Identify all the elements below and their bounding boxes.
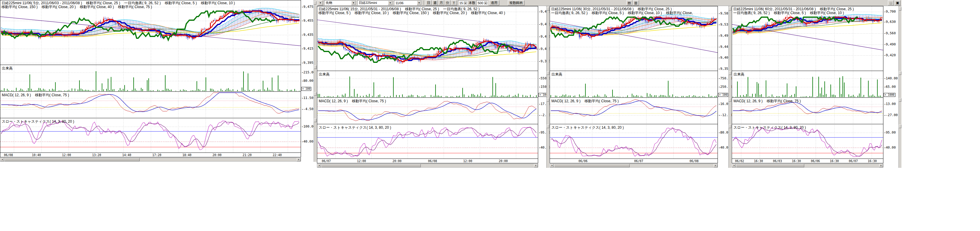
x-tick-label: 21:20: [243, 153, 251, 157]
scroll-right-icon[interactable]: ►: [297, 158, 301, 161]
x-tick-label: 16:30: [868, 160, 877, 163]
chart-indicator-legend: 一目均衡表( 9, 26, 52 ) 移動平均( Close, 5 ) 移動平均…: [733, 11, 844, 15]
horizontal-scrollbar[interactable]: ◄ ►: [317, 164, 538, 168]
horizontal-scrollbar[interactable]: ◄ ►: [0, 158, 301, 161]
y-tick-label: 95.00: [884, 131, 896, 134]
period-button[interactable]: 月: [438, 0, 444, 5]
toolbar-icon-button[interactable]: □: [888, 0, 894, 5]
scroll-right-icon[interactable]: ►: [534, 164, 538, 167]
pane-resize-grip[interactable]: [547, 7, 549, 11]
pane-resize-grip[interactable]: [314, 65, 317, 69]
pane-resize-grip[interactable]: [314, 1, 317, 5]
scroll-left-icon[interactable]: ◄: [0, 158, 4, 161]
pane-resize-grip[interactable]: [729, 125, 732, 128]
period-button[interactable]: 分: [445, 0, 450, 5]
y-tick-label: 9,475: [302, 5, 313, 9]
period-button[interactable]: T: [451, 0, 457, 5]
interval-value: 15: [459, 1, 463, 5]
x-tick-label: 13:20: [92, 153, 101, 157]
pane-resize-grip[interactable]: [899, 71, 902, 75]
stoch-section-label: スロー・ストキャスティクス( 14, 3, 80, 20 ): [2, 119, 74, 124]
period-button[interactable]: 日: [426, 0, 432, 5]
scroll-right-icon[interactable]: ►: [714, 164, 718, 167]
volume-section-label: 出来高: [551, 72, 562, 77]
chart-window-15min: 日経225mini 11/06( 15分, 2011/05/31 - 2011/…: [317, 6, 549, 168]
scroll-left-icon[interactable]: ◄: [550, 164, 554, 167]
pane-splitter-strip[interactable]: [313, 0, 317, 162]
interval-spinner[interactable]: 15 ▲: [458, 0, 468, 5]
spinner-up-icon[interactable]: ▲: [464, 2, 467, 5]
pane-splitter-strip[interactable]: [899, 6, 902, 168]
toolbar-icon-button[interactable]: ▤: [626, 0, 632, 5]
stoch-section-label: スロー・ストキャスティクス( 14, 3, 80, 20 ): [733, 125, 806, 130]
x-tick-label: 06/02: [735, 160, 744, 163]
chart-plot-area[interactable]: 日経225mini 11/06( 5分, 2011/06/03 - 2011/0…: [0, 0, 301, 157]
chart-indicator-legend: 移動平均( Close, 5 ) 移動平均( Close, 10 ) 移動平均(…: [318, 11, 505, 15]
pane-resize-grip[interactable]: [899, 125, 902, 128]
scrollbar-thumb[interactable]: [736, 164, 804, 167]
scrollbar-thumb[interactable]: [5, 158, 140, 161]
x-axis-labels: 06/0810:4012:0013:2014:4017:2018:4020:00…: [0, 152, 301, 157]
combo-arrow-icon[interactable]: ▼: [388, 1, 393, 5]
x-tick-label: 18:40: [182, 153, 191, 157]
chart-canvas: [550, 6, 718, 158]
bars-count-label: 本数: [469, 1, 475, 5]
x-tick-label: 12:00: [357, 160, 366, 163]
x-tick-label: 06/07: [849, 160, 858, 163]
scrollbar-thumb[interactable]: [321, 164, 421, 167]
x-axis-labels: 06/0216:3006/0316:3006/0616:3006/0716:30: [732, 158, 883, 163]
scrollbar-thumb[interactable]: [554, 164, 630, 167]
combo-arrow-icon[interactable]: ▼: [351, 1, 356, 5]
y-tick-label: 9,630: [884, 20, 896, 24]
pane-resize-grip[interactable]: [899, 7, 902, 11]
multi-symbol-button[interactable]: 複数銘柄: [508, 0, 525, 5]
pane-resize-grip[interactable]: [729, 7, 732, 11]
chart-window-5min: 日経225mini 11/06( 5分, 2011/06/03 - 2011/0…: [0, 0, 317, 162]
chart-window-60min: 日経225mini 11/06( 60分, 2011/05/31 - 2011/…: [732, 6, 902, 168]
scroll-left-icon[interactable]: ◄: [317, 164, 321, 167]
toolbar-icon-group-2: □▣: [888, 0, 900, 5]
toolbar-icon-button[interactable]: ▥: [633, 0, 639, 5]
y-tick-label: 9,490: [884, 43, 896, 46]
symbol-combo[interactable]: 日経225mini ▼: [357, 0, 393, 5]
apply-button[interactable]: 適用: [489, 0, 500, 5]
pane-resize-grip[interactable]: [547, 125, 549, 128]
pane-resize-grip[interactable]: [729, 98, 732, 102]
pane-resize-grip[interactable]: [314, 119, 317, 122]
bars-value: 500: [478, 1, 483, 5]
combo-arrow-icon[interactable]: ▼: [417, 1, 422, 5]
chart-plot-area[interactable]: 日経225mini 11/06( 15分, 2011/05/31 - 2011/…: [317, 6, 538, 163]
pane-resize-grip[interactable]: [547, 98, 549, 102]
spinner-up-icon[interactable]: ▲: [484, 2, 487, 5]
pane-resize-grip[interactable]: [729, 71, 732, 75]
chart-plot-area[interactable]: 日経225mini 11/06( 30分, 2011/05/31 - 2011/…: [550, 6, 718, 163]
chart-canvas: [317, 6, 538, 158]
x-tick-label: 16:30: [754, 160, 763, 163]
chart-canvas: [732, 6, 883, 158]
period-button[interactable]: 週: [432, 0, 438, 5]
pane-resize-grip[interactable]: [547, 71, 549, 75]
y-tick-label: 9,560: [884, 31, 896, 35]
category-combo[interactable]: 先物 ▼: [324, 0, 356, 5]
toolbar-icon-group-1: ▤▥: [626, 0, 639, 5]
pane-splitter-strip[interactable]: [729, 6, 732, 168]
toolbar-icon-button[interactable]: ▣: [894, 0, 900, 5]
x-tick-label: 22:40: [273, 153, 282, 157]
pane-resize-grip[interactable]: [314, 92, 317, 96]
category-combo-value: 先物: [326, 1, 351, 5]
horizontal-scrollbar[interactable]: ◄ ►: [732, 164, 883, 168]
scroll-left-icon[interactable]: ◄: [732, 164, 736, 167]
pane-resize-grip[interactable]: [899, 98, 902, 102]
scroll-right-icon[interactable]: ►: [879, 164, 883, 167]
x-tick-label: 06/06: [811, 160, 820, 163]
horizontal-scrollbar[interactable]: ◄ ►: [550, 164, 718, 168]
x-tick-label: 16:30: [830, 160, 839, 163]
x-axis-labels: 06/0712:0020:0006/0812:0020:00: [317, 158, 538, 163]
contract-combo[interactable]: 11/06 ▼: [394, 0, 422, 5]
pane-splitter-strip[interactable]: [546, 6, 549, 168]
pane-scroll-button[interactable]: ▼: [318, 0, 323, 5]
x-tick-label: 06/08: [690, 160, 698, 163]
chart-plot-area[interactable]: 日経225mini 11/06( 60分, 2011/05/31 - 2011/…: [732, 6, 883, 163]
bars-spinner[interactable]: 500 ▲: [476, 0, 488, 5]
x-axis-labels: 06/0606/0706/08: [550, 158, 718, 163]
